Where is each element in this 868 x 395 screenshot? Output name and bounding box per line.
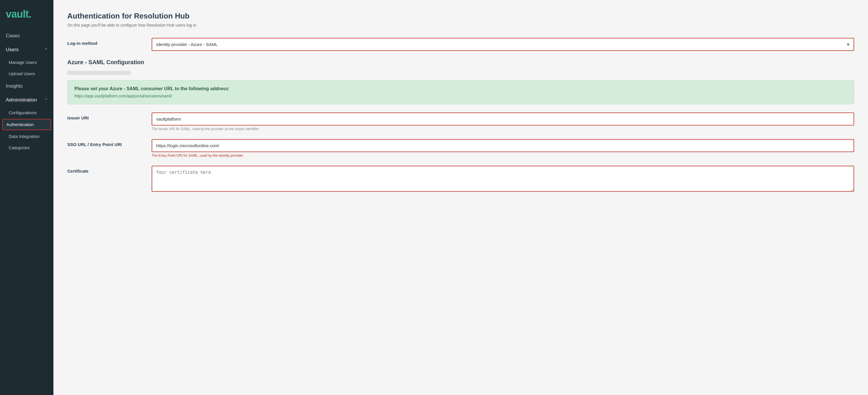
page-title: Authentication for Resolution Hub [67, 11, 854, 21]
issuer-uri-label: Issuer URI [67, 112, 142, 120]
sidebar-item-configurations[interactable]: Configurations [0, 107, 54, 118]
sidebar-item-users-label: Users [6, 47, 19, 53]
issuer-uri-row: Issuer URI The Issuer URI for SAML, used… [67, 112, 854, 131]
sidebar-item-categories[interactable]: Categories [0, 142, 54, 153]
sso-url-input[interactable] [152, 139, 854, 152]
sidebar-item-users[interactable]: Users ⌃ [0, 43, 54, 57]
issuer-uri-hint: The Issuer URI for SAML, used by the pro… [152, 127, 854, 131]
loading-bar [67, 71, 131, 75]
sidebar: vault. Cases Users ⌃ Manage Users Upload… [0, 0, 54, 395]
certificate-label: Certificate [67, 166, 142, 173]
saml-section-title: Azure - SAML Configuration [67, 59, 854, 66]
sidebar-item-upload-users[interactable]: Upload Users [0, 68, 54, 79]
login-method-label: Log-in method [67, 38, 142, 46]
sso-url-hint: The Entry Point URI for SAML, used by th… [152, 153, 854, 158]
page-subtitle: On this page you'll be able to configure… [67, 23, 854, 27]
administration-chevron-icon: ⌃ [45, 98, 48, 102]
logo: vault. [0, 0, 54, 29]
issuer-uri-input[interactable] [152, 112, 854, 125]
sidebar-item-data-integration[interactable]: Data Integration [0, 131, 54, 142]
info-box-url: https://app.vaultplatform.com/api/portal… [74, 94, 847, 98]
certificate-row: Certificate [67, 166, 854, 193]
login-method-select-wrapper: Identity provider - Azure - SAML Usernam… [152, 38, 854, 51]
info-box-title: Please set your Azure - SAML consumer UR… [74, 86, 847, 91]
sidebar-item-authentication[interactable]: Authentication [2, 119, 51, 130]
sso-url-label: SSO URL / Entry Point URI [67, 139, 142, 147]
saml-info-box: Please set your Azure - SAML consumer UR… [67, 80, 854, 104]
certificate-textarea[interactable] [152, 166, 854, 192]
sidebar-item-cases-label: Cases [6, 33, 20, 39]
login-method-select[interactable]: Identity provider - Azure - SAML Usernam… [152, 38, 854, 51]
sidebar-item-administration[interactable]: Administration ⌃ [0, 93, 54, 107]
certificate-control [152, 166, 854, 193]
sidebar-item-cases[interactable]: Cases [0, 29, 54, 43]
users-chevron-icon: ⌃ [45, 48, 48, 52]
sso-url-control: The Entry Point URI for SAML, used by th… [152, 139, 854, 158]
sidebar-item-administration-label: Administration [6, 97, 37, 103]
sidebar-item-insights[interactable]: Insights [0, 79, 54, 93]
sso-url-row: SSO URL / Entry Point URI The Entry Poin… [67, 139, 854, 158]
login-method-row: Log-in method Identity provider - Azure … [67, 38, 854, 51]
main-content: Authentication for Resolution Hub On thi… [54, 0, 868, 395]
issuer-uri-control: The Issuer URI for SAML, used by the pro… [152, 112, 854, 131]
sidebar-item-insights-label: Insights [6, 83, 23, 89]
sidebar-item-manage-users[interactable]: Manage Users [0, 57, 54, 68]
login-method-control: Identity provider - Azure - SAML Usernam… [152, 38, 854, 51]
